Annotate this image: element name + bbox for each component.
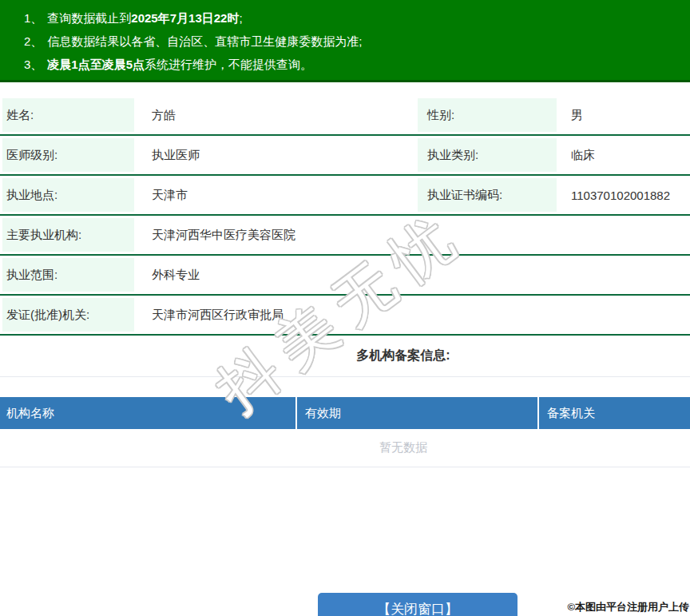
result-content: 姓名: 方皓 性别: 男 医师级别: 执业医师 执业类别: 临床 执业地点: 天… [0,96,690,467]
table-row: 姓名: 方皓 性别: 男 [0,96,690,136]
filing-table-empty-row: 暂无数据 [0,429,690,467]
copyright-watermark: ©本图由平台注册用户上传 [567,600,689,614]
doctor-level-label: 医师级别: [2,138,134,172]
notice-number: 1、 [24,11,42,25]
filing-section-title: 多机构备案信息: [356,348,450,364]
table-row: 主要执业机构: 天津河西华中医疗美容医院 [0,216,690,256]
notice-bold-text: 凌晨1点至凌晨5点 [47,58,145,71]
table-row: 执业地点: 天津市 执业证书编码: 110370102001882 [0,176,690,216]
practice-location-label: 执业地点: [2,178,134,212]
gender-value: 男 [557,96,690,134]
table-row: 医师级别: 执业医师 执业类别: 临床 [0,136,690,176]
query-result-page: 1、查询数据截止到2025年7月13日22时; 2、信息数据结果以各省、自治区、… [0,0,690,616]
notice-text: 系统进行维护，不能提供查询。 [145,58,312,71]
notice-line-2: 2、信息数据结果以各省、自治区、直辖市卫生健康委数据为准; [24,30,690,53]
column-header-authority: 备案机关 [539,397,690,429]
column-header-institution: 机构名称 [0,397,295,429]
name-value: 方皓 [134,96,399,134]
filing-section-header: 多机构备案信息: [0,336,690,377]
spacer [0,377,690,397]
certificate-no-label: 执业证书编码: [418,178,557,212]
practice-location-value: 天津市 [134,176,399,214]
notice-line-1: 1、查询数据截止到2025年7月13日22时; [24,6,690,30]
table-row: 执业范围: 外科专业 [0,256,690,296]
notice-text: ; [239,11,242,25]
main-institution-label: 主要执业机构: [2,218,134,252]
practice-category-value: 临床 [557,136,690,174]
certificate-no-value: 110370102001882 [557,176,690,214]
practitioner-info-table: 姓名: 方皓 性别: 男 医师级别: 执业医师 执业类别: 临床 执业地点: 天… [0,96,690,336]
notice-line-3: 3、凌晨1点至凌晨5点系统进行维护，不能提供查询。 [24,53,690,76]
column-header-validity: 有效期 [297,397,537,429]
notice-text: 查询数据截止到 [47,11,131,25]
doctor-level-value: 执业医师 [134,136,399,174]
practice-scope-value: 外科专业 [134,256,690,294]
issuing-authority-value: 天津市河西区行政审批局 [134,296,690,334]
practice-category-label: 执业类别: [418,138,557,172]
table-row: 发证(批准)机关: 天津市河西区行政审批局 [0,296,690,336]
close-window-button[interactable]: 【关闭窗口】 [318,593,518,616]
issuing-authority-label: 发证(批准)机关: [2,298,134,332]
notice-number: 2、 [24,34,42,48]
filing-table-header: 机构名称 有效期 备案机关 [0,397,690,429]
gender-label: 性别: [418,98,557,132]
practice-scope-label: 执业范围: [2,258,134,292]
notice-bar: 1、查询数据截止到2025年7月13日22时; 2、信息数据结果以各省、自治区、… [0,0,690,82]
main-institution-value: 天津河西华中医疗美容医院 [134,216,690,254]
notice-text: 信息数据结果以各省、自治区、直辖市卫生健康委数据为准; [47,34,362,48]
empty-data-text: 暂无数据 [379,440,427,455]
notice-bold-text: 2025年7月13日22时 [131,11,239,25]
notice-number: 3、 [24,58,42,71]
name-label: 姓名: [2,98,134,132]
